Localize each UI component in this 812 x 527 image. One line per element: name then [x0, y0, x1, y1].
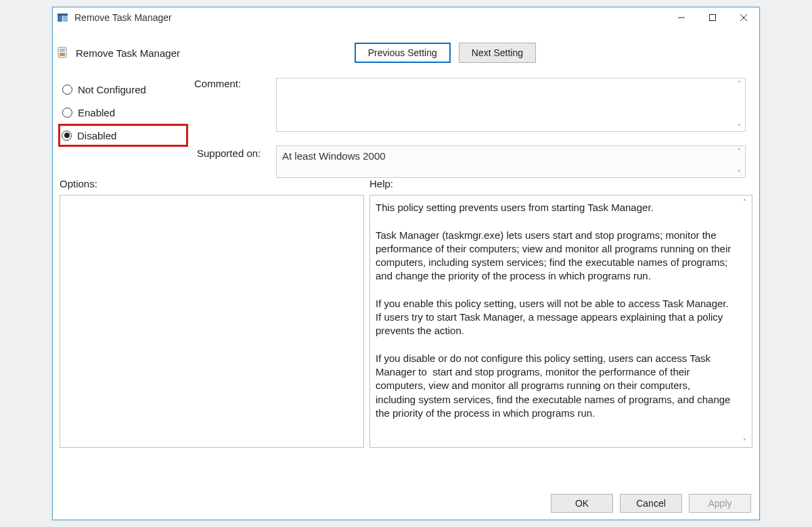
- radio-label: Not Configured: [78, 84, 146, 95]
- radio-label: Enabled: [78, 107, 115, 118]
- help-text: This policy setting prevents users from …: [370, 196, 752, 447]
- supported-on-text: At least Windows 2000: [282, 150, 386, 162]
- scroll-up-icon[interactable]: ˄: [733, 146, 745, 156]
- window-controls: [666, 7, 759, 28]
- options-panel: [60, 195, 364, 448]
- svg-rect-2: [58, 14, 68, 16]
- panels-row: This policy setting prevents users from …: [53, 189, 759, 448]
- previous-setting-button[interactable]: Previous Setting: [355, 43, 451, 63]
- header-row: Remove Task Manager Previous Setting Nex…: [53, 28, 759, 63]
- scroll-down-icon[interactable]: ˅: [733, 168, 745, 177]
- scroll-down-icon[interactable]: ˅: [738, 436, 750, 446]
- policy-name: Remove Task Manager: [76, 47, 180, 59]
- help-panel: This policy setting prevents users from …: [369, 195, 752, 448]
- app-icon: [57, 12, 69, 24]
- options-label: Options:: [60, 178, 369, 189]
- radio-icon: [62, 108, 72, 118]
- comment-input[interactable]: [276, 78, 746, 132]
- svg-rect-4: [710, 15, 716, 21]
- dialog-footer: OK Cancel Apply: [551, 494, 751, 513]
- radio-label: Disabled: [77, 130, 116, 141]
- scroll-up-icon[interactable]: ˄: [738, 197, 750, 206]
- titlebar: Remove Task Manager: [53, 7, 759, 28]
- policy-editor-window: Remove Task Manager Remove Task Manager: [52, 7, 760, 520]
- policy-icon: [57, 47, 69, 59]
- window-title: Remove Task Manager: [74, 12, 172, 23]
- radio-icon: [62, 131, 72, 141]
- scroll-down-icon[interactable]: ˅: [733, 122, 745, 131]
- maximize-button[interactable]: [697, 7, 728, 28]
- radio-enabled[interactable]: Enabled: [60, 101, 188, 124]
- ok-button[interactable]: OK: [551, 494, 613, 513]
- apply-button[interactable]: Apply: [689, 494, 751, 513]
- supported-on-box: At least Windows 2000: [276, 145, 746, 178]
- minimize-button[interactable]: [666, 7, 697, 28]
- close-button[interactable]: [728, 7, 759, 28]
- radio-icon: [62, 85, 72, 95]
- scroll-up-icon[interactable]: ˄: [733, 78, 745, 88]
- radio-disabled[interactable]: Disabled: [58, 124, 188, 147]
- state-radio-group: Not Configured Enabled Disabled: [60, 78, 188, 147]
- comment-label: Comment:: [194, 78, 241, 89]
- svg-rect-8: [60, 53, 65, 56]
- supported-on-label: Supported on:: [197, 147, 261, 159]
- radio-not-configured[interactable]: Not Configured: [60, 78, 188, 101]
- next-setting-button[interactable]: Next Setting: [459, 43, 536, 63]
- help-label: Help:: [369, 178, 752, 189]
- cancel-button[interactable]: Cancel: [620, 494, 682, 513]
